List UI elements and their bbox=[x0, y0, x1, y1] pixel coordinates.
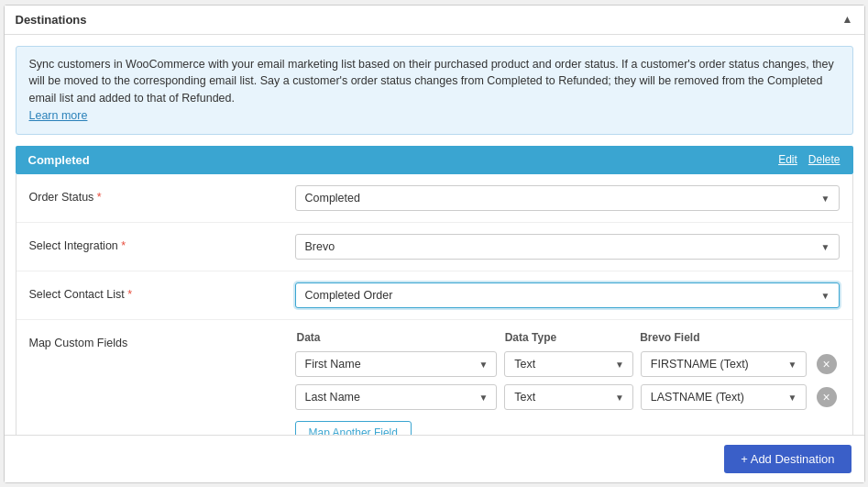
row1-brevofield-wrapper: FIRSTNAME (Text) LASTNAME (Text) EMAIL (… bbox=[641, 351, 807, 377]
row1-data-col: First Name Last Name Email Phone ▼ bbox=[295, 351, 498, 377]
col-datatype-header: Data Type bbox=[505, 331, 632, 344]
select-contact-list-wrapper: Completed Order Newsletter Promotions ▼ bbox=[295, 282, 840, 308]
row2-datatype-col: Text Number Date ▼ bbox=[504, 384, 633, 410]
info-box: Sync customers in WooCommerce with your … bbox=[16, 46, 853, 135]
row2-data-col: First Name Last Name Email Phone ▼ bbox=[295, 384, 498, 410]
info-text: Sync customers in WooCommerce with your … bbox=[29, 58, 834, 105]
add-field-button[interactable]: Map Another Field bbox=[295, 421, 412, 435]
edit-link[interactable]: Edit bbox=[778, 153, 797, 166]
row1-data-wrapper: First Name Last Name Email Phone ▼ bbox=[295, 351, 498, 377]
row2-data-wrapper: First Name Last Name Email Phone ▼ bbox=[295, 384, 498, 410]
footer: + Add Destination bbox=[5, 435, 864, 482]
row1-brevofield-select[interactable]: FIRSTNAME (Text) LASTNAME (Text) EMAIL (… bbox=[641, 351, 807, 377]
row1-datatype-wrapper: Text Number Date ▼ bbox=[504, 351, 633, 377]
row2-brevofield-wrapper: FIRSTNAME (Text) LASTNAME (Text) EMAIL (… bbox=[641, 384, 807, 410]
map-fields-table: Data Data Type Brevo Field First Name bbox=[295, 331, 840, 435]
table-row: First Name Last Name Email Phone ▼ bbox=[295, 384, 840, 410]
col-brevofield-header: Brevo Field bbox=[640, 331, 804, 344]
row2-remove-button[interactable]: × bbox=[817, 387, 837, 407]
map-custom-fields-label: Map Custom Fields bbox=[29, 331, 295, 349]
select-integration-row: Select Integration * Brevo Mailchimp Act… bbox=[16, 223, 852, 271]
delete-link[interactable]: Delete bbox=[808, 153, 841, 166]
select-contact-list-row: Select Contact List * Completed Order Ne… bbox=[16, 271, 852, 320]
learn-more-link[interactable]: Learn more bbox=[29, 109, 88, 122]
add-destination-button[interactable]: + Add Destination bbox=[724, 445, 851, 473]
select-contact-list-field: Completed Order Newsletter Promotions ▼ bbox=[295, 282, 840, 308]
row1-datatype-select[interactable]: Text Number Date bbox=[504, 351, 633, 377]
section-header: Completed Edit Delete bbox=[16, 146, 853, 174]
map-custom-fields-field: Data Data Type Brevo Field First Name bbox=[295, 331, 840, 435]
row1-brevofield-col: FIRSTNAME (Text) LASTNAME (Text) EMAIL (… bbox=[641, 351, 807, 377]
select-integration-wrapper: Brevo Mailchimp ActiveCampaign ▼ bbox=[295, 234, 840, 260]
row2-data-select[interactable]: First Name Last Name Email Phone bbox=[295, 384, 498, 410]
select-contact-list-label: Select Contact List * bbox=[29, 282, 295, 301]
row1-action-col: × bbox=[814, 354, 840, 374]
select-integration-label: Select Integration * bbox=[29, 234, 295, 252]
col-data-header: Data bbox=[297, 331, 498, 344]
section-actions: Edit Delete bbox=[778, 153, 840, 166]
order-status-row: Order Status * Completed Processing On H… bbox=[16, 174, 852, 223]
order-status-field: Completed Processing On Hold Refunded Ca… bbox=[295, 185, 840, 211]
row1-datatype-col: Text Number Date ▼ bbox=[504, 351, 633, 377]
select-integration-field: Brevo Mailchimp ActiveCampaign ▼ bbox=[295, 234, 840, 260]
table-row: First Name Last Name Email Phone ▼ bbox=[295, 351, 840, 377]
section-title: Completed bbox=[28, 153, 90, 167]
select-contact-list-select[interactable]: Completed Order Newsletter Promotions bbox=[295, 282, 840, 308]
row1-remove-button[interactable]: × bbox=[817, 354, 837, 374]
row2-action-col: × bbox=[814, 387, 840, 407]
content-area: Sync customers in WooCommerce with your … bbox=[5, 35, 864, 435]
order-status-select[interactable]: Completed Processing On Hold Refunded Ca… bbox=[295, 185, 840, 211]
row2-brevofield-col: FIRSTNAME (Text) LASTNAME (Text) EMAIL (… bbox=[641, 384, 807, 410]
map-fields-header: Data Data Type Brevo Field bbox=[295, 331, 840, 344]
destinations-panel: Destinations ▲ Sync customers in WooComm… bbox=[4, 5, 865, 483]
collapse-icon[interactable]: ▲ bbox=[842, 13, 853, 26]
row2-brevofield-select[interactable]: FIRSTNAME (Text) LASTNAME (Text) EMAIL (… bbox=[641, 384, 807, 410]
map-custom-fields-row: Map Custom Fields Data Data Type Brevo F… bbox=[16, 320, 852, 435]
select-integration-select[interactable]: Brevo Mailchimp ActiveCampaign bbox=[295, 234, 840, 260]
order-status-label: Order Status * bbox=[29, 185, 295, 204]
row2-datatype-select[interactable]: Text Number Date bbox=[504, 384, 633, 410]
panel-header: Destinations ▲ bbox=[5, 6, 864, 35]
row2-datatype-wrapper: Text Number Date ▼ bbox=[504, 384, 633, 410]
row1-data-select[interactable]: First Name Last Name Email Phone bbox=[295, 351, 498, 377]
order-status-select-wrapper: Completed Processing On Hold Refunded Ca… bbox=[295, 185, 840, 211]
form-area: Order Status * Completed Processing On H… bbox=[16, 174, 853, 435]
panel-title: Destinations bbox=[16, 13, 87, 27]
